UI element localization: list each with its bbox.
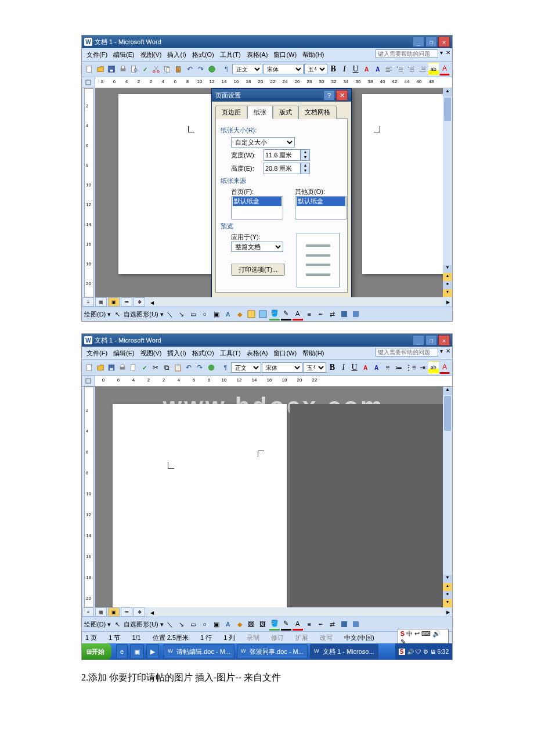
oval-icon[interactable]: ○ [200,309,210,319]
paste-icon[interactable]: 📋 [172,361,183,374]
maximize-button[interactable]: ❐ [425,37,437,47]
picture-icon[interactable]: 🖼 [258,619,268,629]
tray-icon[interactable]: 🔊 [407,649,414,655]
3d-icon[interactable] [351,619,361,629]
fill-color-icon[interactable]: 🪣 [269,618,280,631]
fill-color-icon[interactable]: 🪣 [269,308,280,321]
copy-icon[interactable] [162,63,172,75]
web-view-icon[interactable]: ▦ [95,607,107,617]
dash-style-icon[interactable]: ┅ [316,309,326,319]
styles-icon[interactable]: ¶ [220,361,230,374]
tab-paper[interactable]: 纸张 [247,106,273,119]
menu-table[interactable]: 表格(A) [244,49,270,60]
wordart-icon[interactable]: A [223,619,233,629]
line-style-icon[interactable]: ≡ [304,619,315,629]
font-shrink-button[interactable]: A [373,63,383,75]
menu-help[interactable]: 帮助(H) [300,49,326,60]
dialog-close-button[interactable]: ✕ [336,90,348,100]
autoshapes-menu[interactable]: 自选图形(U) ▾ [124,620,163,629]
spell-icon[interactable]: ✓ [140,63,150,75]
undo-icon[interactable]: ↶ [185,63,195,75]
menu-table[interactable]: 表格(A) [244,348,270,359]
font-dropdown[interactable]: 宋体 [262,362,302,373]
clipart-icon[interactable] [246,309,257,319]
scroll-thumb[interactable] [444,396,451,431]
menu-tools[interactable]: 工具(T) [218,348,243,359]
select-objects-icon[interactable]: ↖ [112,619,122,629]
shadow-icon[interactable] [339,619,349,629]
browse-prev-icon[interactable]: ▴ [443,583,452,591]
arrow-style-icon[interactable]: ⇄ [327,619,338,629]
select-objects-icon[interactable]: ↖ [112,309,122,319]
horizontal-scrollbar-2[interactable]: ◀ [148,608,444,616]
new-icon[interactable] [84,63,95,75]
height-spinner[interactable]: ▲▼ [264,163,310,174]
tray-sogou-icon[interactable]: S [399,649,405,655]
line-color-icon[interactable]: ✎ [281,618,291,631]
draw-menu[interactable]: 绘图(D) ▾ [84,620,111,629]
menu-window[interactable]: 窗口(W) [271,348,299,359]
horizontal-scrollbar[interactable]: ◀ [148,298,444,306]
font-shrink-button[interactable]: A [371,361,382,374]
scroll-up-icon[interactable]: ▲ [443,387,452,395]
scroll-thumb[interactable] [444,98,451,121]
font-color-icon-2[interactable]: A [293,618,303,631]
menu-file[interactable]: 文件(F) [84,348,110,359]
save-icon[interactable] [106,361,117,374]
menu-view[interactable]: 视图(V) [138,49,164,60]
line-icon[interactable]: ＼ [165,309,175,319]
textbox-icon[interactable]: ▣ [211,309,222,319]
document-canvas[interactable]: 页面设置 ? ✕ 页边距 纸张 版式 文档网格 纸张大小(R): 自定义大小 宽… [95,88,452,297]
print-options-button[interactable]: 打印选项(T)... [231,264,285,276]
align-left-icon[interactable] [384,63,394,75]
redo-icon[interactable]: ↷ [194,361,205,374]
font-grow-button[interactable]: A [360,361,371,374]
arrow-style-icon[interactable]: ⇄ [327,309,338,319]
ql-ie-icon[interactable]: e [116,644,128,659]
scroll-down-icon[interactable]: ▼ [443,575,452,583]
tray-icon[interactable]: ⚙ [423,649,428,655]
align-left-icon[interactable]: ≡ [383,361,393,374]
taskbar-item-3[interactable]: W文档 1 - Microso... [310,644,378,659]
ql-desktop-icon[interactable]: ▣ [130,644,144,659]
menu-window[interactable]: 窗口(W) [271,49,299,60]
styles-icon[interactable]: ¶ [221,63,232,75]
menu-view[interactable]: 视图(V) [138,348,164,359]
help-search[interactable] [376,49,438,58]
open-icon[interactable] [95,361,106,374]
dash-style-icon[interactable]: ┅ [316,619,326,629]
oval-icon[interactable]: ○ [200,619,210,629]
menu-help[interactable]: 帮助(H) [300,348,326,359]
textbox-icon[interactable]: ▣ [211,619,222,629]
minimize-button[interactable]: _ [413,37,424,47]
minimize-button[interactable]: _ [413,335,424,345]
reading-view-icon[interactable]: ❖ [134,297,145,307]
3d-icon[interactable] [351,309,361,319]
line-color-icon[interactable]: ✎ [281,308,291,321]
tab-layout[interactable]: 版式 [273,106,298,119]
close-button[interactable]: ✕ [438,37,450,47]
tab-grid[interactable]: 文档网格 [298,106,337,119]
preview-icon[interactable] [129,63,139,75]
print-icon[interactable] [117,361,128,374]
open-icon[interactable] [95,63,106,75]
underline-button[interactable]: U [350,63,360,75]
dialog-help-button[interactable]: ? [323,90,335,100]
menu-insert[interactable]: 插入(I) [165,49,188,60]
normal-view-icon[interactable]: ≡ [82,607,94,617]
height-input[interactable] [264,163,301,174]
print-icon[interactable] [118,63,128,75]
vertical-scrollbar[interactable]: ▲ ▼ ▴ ● ▾ [443,88,452,297]
browse-next-icon[interactable]: ▾ [443,599,452,607]
copy-icon[interactable]: ⧉ [161,361,172,374]
numbered-list-icon[interactable]: ≔ [394,361,404,374]
menu-file[interactable]: 文件(F) [84,49,110,60]
menu-dropdown-icon[interactable]: ▾ [438,348,444,356]
paper-size-select[interactable]: 自定义大小 [231,137,295,147]
bold-button[interactable]: B [327,361,337,374]
preview-icon[interactable] [128,361,139,374]
scroll-up-icon[interactable]: ▲ [443,88,452,96]
redo-icon[interactable]: ↷ [196,63,206,75]
font-color-icon[interactable]: A [439,63,450,75]
scroll-down-icon[interactable]: ▼ [443,265,452,273]
